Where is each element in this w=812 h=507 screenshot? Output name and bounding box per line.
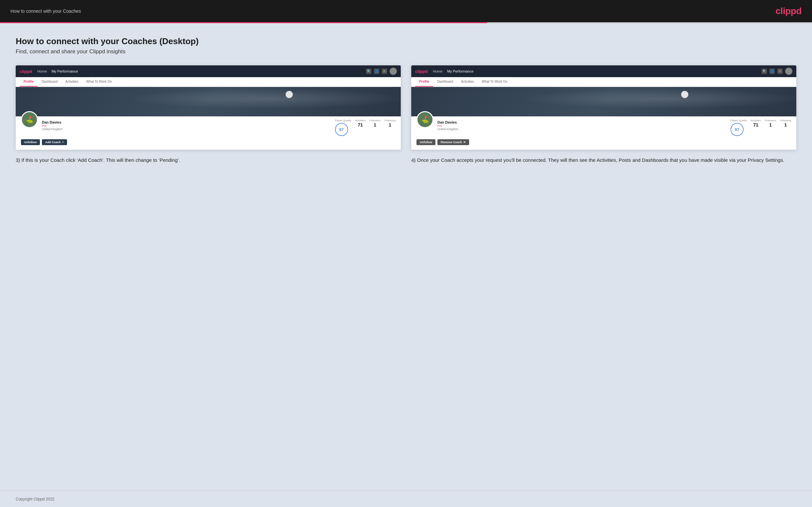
mock-navbar-2: clippd Home My Performance 🔍 👤 ⚙: [411, 65, 796, 77]
mock-tabs-2: Profile Dashboard Activities What To Wor…: [411, 77, 796, 87]
mock-buttons-2: Unfollow Remove Coach ✕: [416, 139, 791, 145]
mock-quality-circle-2: 97: [730, 123, 744, 136]
screenshots-row: clippd Home My Performance 🔍 👤 ⚙ Profile: [16, 65, 796, 164]
mock-name-2: Dan Davies: [438, 120, 727, 124]
mock-quality-label-1: Player Quality: [335, 119, 351, 122]
remove-coach-button[interactable]: Remove Coach ✕: [438, 139, 469, 145]
mock-stat-followers-2: Followers 1: [765, 119, 776, 128]
mock-nav-home-1: Home: [37, 69, 47, 73]
tab-activities-1[interactable]: Activities: [61, 77, 82, 87]
mock-hero-1: [16, 87, 401, 116]
step3-description: 3) If this is your Coach click ‘Add Coac…: [16, 156, 401, 164]
mock-hero-bg-1: [16, 87, 401, 116]
tab-profile-2[interactable]: Profile: [415, 77, 433, 87]
unfollow-button-2[interactable]: Unfollow: [416, 139, 436, 145]
top-bar: How to connect with your Coaches clippd: [0, 0, 812, 22]
mock-nav-links-2: Home My Performance: [433, 69, 756, 73]
mock-buttons-1: Unfollow Add Coach +: [21, 139, 396, 145]
mock-avatar-2: [416, 111, 434, 128]
tab-what-to-work-on-2[interactable]: What To Work On: [478, 77, 512, 87]
mock-role-1: Pro: [42, 124, 331, 127]
mock-profile-row-2: Dan Davies Pro United Kingdom Player Qua…: [416, 119, 791, 136]
mock-tabs-1: Profile Dashboard Activities What To Wor…: [16, 77, 401, 87]
mock-quality-circle-1: 97: [335, 123, 348, 136]
mock-stat-followers-1: Followers 1: [369, 119, 380, 128]
step4-description: 4) Once your Coach accepts your request …: [411, 156, 796, 164]
add-coach-button-1[interactable]: Add Coach +: [42, 139, 67, 145]
search-icon-2: 🔍: [762, 69, 767, 74]
mock-nav-performance-1: My Performance: [52, 69, 78, 73]
mock-logo-1: clippd: [20, 69, 32, 74]
mock-nav-home-2: Home: [433, 69, 442, 73]
user-icon-1: 👤: [374, 69, 379, 74]
mock-location-1: United Kingdom: [42, 127, 331, 131]
mock-browser-1: clippd Home My Performance 🔍 👤 ⚙ Profile: [16, 65, 401, 150]
mock-profile-section-2: Dan Davies Pro United Kingdom Player Qua…: [411, 116, 796, 150]
mock-nav-icons-1: 🔍 👤 ⚙: [366, 68, 397, 75]
mock-navbar-1: clippd Home My Performance 🔍 👤 ⚙: [16, 65, 401, 77]
mock-logo-2: clippd: [415, 69, 427, 74]
page-heading: How to connect with your Coaches (Deskto…: [16, 36, 796, 46]
mock-avatar-1: [21, 111, 38, 128]
clippd-logo: clippd: [776, 6, 802, 16]
page-title: How to connect with your Coaches: [10, 8, 81, 14]
mock-profile-section-1: Dan Davies Pro United Kingdom Player Qua…: [16, 116, 401, 150]
settings-icon-2: ⚙: [777, 69, 782, 74]
screenshot-block-1: clippd Home My Performance 🔍 👤 ⚙ Profile: [16, 65, 401, 164]
mock-profile-info-1: Dan Davies Pro United Kingdom: [42, 119, 331, 131]
avatar-icon-1: [390, 68, 397, 75]
user-icon-2: 👤: [769, 69, 775, 74]
mock-role-2: Pro: [438, 124, 727, 127]
mock-nav-links-1: Home My Performance: [37, 69, 361, 73]
mock-name-1: Dan Davies: [42, 120, 331, 124]
mock-quality-wrap-1: Player Quality 97: [335, 119, 351, 136]
footer: Copyright Clippd 2022: [0, 490, 812, 507]
unfollow-button-1[interactable]: Unfollow: [21, 139, 40, 145]
mock-location-2: United Kingdom: [438, 127, 727, 131]
mock-avatar-wrap-1: [21, 111, 38, 128]
mock-browser-2: clippd Home My Performance 🔍 👤 ⚙ Profile: [411, 65, 796, 150]
mock-stat-activities-2: Activities 71: [751, 119, 761, 128]
mock-avatar-wrap-2: [416, 111, 434, 128]
mock-stat-following-2: Following 1: [780, 119, 791, 128]
tab-dashboard-1[interactable]: Dashboard: [38, 77, 61, 87]
main-content: How to connect with your Coaches (Deskto…: [0, 23, 812, 490]
mock-hero-bg-2: [411, 87, 796, 116]
mock-hero-2: [411, 87, 796, 116]
mock-stat-activities-1: Activities 71: [355, 119, 365, 128]
screenshot-block-2: clippd Home My Performance 🔍 👤 ⚙ Profile: [411, 65, 796, 164]
tab-dashboard-2[interactable]: Dashboard: [433, 77, 457, 87]
mock-profile-info-2: Dan Davies Pro United Kingdom: [438, 119, 727, 131]
avatar-icon-2: [785, 68, 792, 75]
settings-icon-1: ⚙: [382, 69, 387, 74]
mock-stat-following-1: Following 1: [385, 119, 396, 128]
mock-profile-row-1: Dan Davies Pro United Kingdom Player Qua…: [21, 119, 396, 136]
mock-nav-performance-2: My Performance: [447, 69, 474, 73]
tab-what-to-work-on-1[interactable]: What To Work On: [83, 77, 116, 87]
tab-profile-1[interactable]: Profile: [20, 77, 38, 87]
mock-quality-wrap-2: Player Quality 97: [730, 119, 747, 136]
tab-activities-2[interactable]: Activities: [457, 77, 478, 87]
search-icon-1: 🔍: [366, 69, 371, 74]
mock-quality-label-2: Player Quality: [730, 119, 747, 122]
page-subheading: Find, connect and share your Clippd insi…: [16, 48, 796, 55]
mock-nav-icons-2: 🔍 👤 ⚙: [762, 68, 792, 75]
copyright-text: Copyright Clippd 2022: [16, 497, 55, 501]
